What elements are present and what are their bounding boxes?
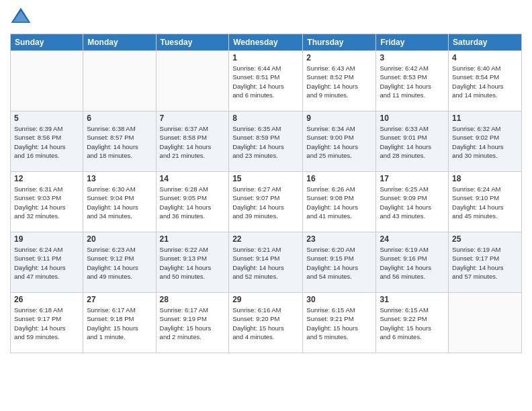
calendar-cell: 16Sunrise: 6:26 AM Sunset: 9:08 PM Dayli… xyxy=(303,172,376,232)
calendar-cell xyxy=(156,51,229,111)
day-info: Sunrise: 6:35 AM Sunset: 8:59 PM Dayligh… xyxy=(232,124,299,160)
day-number: 29 xyxy=(232,295,299,304)
day-number: 31 xyxy=(380,295,445,304)
day-info: Sunrise: 6:17 AM Sunset: 9:18 PM Dayligh… xyxy=(87,306,152,341)
weekday-header-sunday: Sunday xyxy=(11,34,83,51)
day-info: Sunrise: 6:34 AM Sunset: 9:00 PM Dayligh… xyxy=(306,124,372,160)
day-number: 22 xyxy=(232,234,299,244)
day-number: 8 xyxy=(232,113,299,123)
calendar-cell: 8Sunrise: 6:35 AM Sunset: 8:59 PM Daylig… xyxy=(229,111,303,172)
calendar-cell: 19Sunrise: 6:24 AM Sunset: 9:11 PM Dayli… xyxy=(11,232,83,293)
day-info: Sunrise: 6:19 AM Sunset: 9:16 PM Dayligh… xyxy=(380,245,445,281)
day-number: 4 xyxy=(452,53,518,62)
day-number: 17 xyxy=(380,174,445,183)
day-number: 19 xyxy=(14,234,79,244)
day-number: 27 xyxy=(87,295,152,304)
day-number: 18 xyxy=(452,174,518,183)
day-info: Sunrise: 6:16 AM Sunset: 9:20 PM Dayligh… xyxy=(232,306,299,341)
weekday-header-tuesday: Tuesday xyxy=(156,34,229,51)
day-number: 23 xyxy=(306,234,372,244)
calendar-cell: 27Sunrise: 6:17 AM Sunset: 9:18 PM Dayli… xyxy=(83,293,156,353)
weekday-header-saturday: Saturday xyxy=(449,34,522,51)
day-number: 10 xyxy=(380,113,445,123)
calendar-cell: 5Sunrise: 6:39 AM Sunset: 8:56 PM Daylig… xyxy=(11,111,83,172)
calendar-week-row-5: 26Sunrise: 6:18 AM Sunset: 9:17 PM Dayli… xyxy=(11,293,522,353)
day-number: 5 xyxy=(14,113,79,123)
day-number: 25 xyxy=(452,234,518,244)
day-number: 12 xyxy=(14,174,79,183)
calendar-cell: 22Sunrise: 6:21 AM Sunset: 9:14 PM Dayli… xyxy=(229,232,303,293)
day-number: 9 xyxy=(306,113,372,123)
day-info: Sunrise: 6:19 AM Sunset: 9:17 PM Dayligh… xyxy=(452,245,518,281)
day-info: Sunrise: 6:21 AM Sunset: 9:14 PM Dayligh… xyxy=(232,245,299,281)
calendar-cell: 17Sunrise: 6:25 AM Sunset: 9:09 PM Dayli… xyxy=(376,172,449,232)
day-number: 20 xyxy=(87,234,152,244)
calendar-cell: 29Sunrise: 6:16 AM Sunset: 9:20 PM Dayli… xyxy=(229,293,303,353)
day-number: 3 xyxy=(380,53,445,62)
day-info: Sunrise: 6:32 AM Sunset: 9:02 PM Dayligh… xyxy=(452,124,518,160)
calendar-cell xyxy=(83,51,156,111)
day-number: 6 xyxy=(87,113,152,123)
day-info: Sunrise: 6:44 AM Sunset: 8:51 PM Dayligh… xyxy=(232,64,299,99)
calendar-cell: 21Sunrise: 6:22 AM Sunset: 9:13 PM Dayli… xyxy=(156,232,229,293)
day-number: 30 xyxy=(306,295,372,304)
calendar-cell: 23Sunrise: 6:20 AM Sunset: 9:15 PM Dayli… xyxy=(303,232,376,293)
calendar-cell xyxy=(11,51,83,111)
day-info: Sunrise: 6:26 AM Sunset: 9:08 PM Dayligh… xyxy=(306,185,372,220)
calendar-cell: 7Sunrise: 6:37 AM Sunset: 8:58 PM Daylig… xyxy=(156,111,229,172)
day-info: Sunrise: 6:25 AM Sunset: 9:09 PM Dayligh… xyxy=(380,185,445,220)
calendar-cell: 26Sunrise: 6:18 AM Sunset: 9:17 PM Dayli… xyxy=(11,293,83,353)
day-info: Sunrise: 6:38 AM Sunset: 8:57 PM Dayligh… xyxy=(87,124,152,160)
calendar-cell: 12Sunrise: 6:31 AM Sunset: 9:03 PM Dayli… xyxy=(11,172,83,232)
day-info: Sunrise: 6:18 AM Sunset: 9:17 PM Dayligh… xyxy=(14,306,79,341)
weekday-header-friday: Friday xyxy=(376,34,449,51)
calendar-cell: 3Sunrise: 6:42 AM Sunset: 8:53 PM Daylig… xyxy=(376,51,449,111)
calendar-header-row: SundayMondayTuesdayWednesdayThursdayFrid… xyxy=(11,34,522,51)
day-number: 15 xyxy=(232,174,299,183)
day-info: Sunrise: 6:39 AM Sunset: 8:56 PM Dayligh… xyxy=(14,124,79,160)
calendar-cell: 28Sunrise: 6:17 AM Sunset: 9:19 PM Dayli… xyxy=(156,293,229,353)
weekday-header-thursday: Thursday xyxy=(303,34,376,51)
page: SundayMondayTuesdayWednesdayThursdayFrid… xyxy=(0,0,532,411)
weekday-header-wednesday: Wednesday xyxy=(229,34,303,51)
day-number: 21 xyxy=(160,234,226,244)
day-number: 2 xyxy=(306,53,372,62)
day-info: Sunrise: 6:37 AM Sunset: 8:58 PM Dayligh… xyxy=(160,124,226,160)
day-number: 1 xyxy=(232,53,299,62)
calendar-week-row-3: 12Sunrise: 6:31 AM Sunset: 9:03 PM Dayli… xyxy=(11,172,522,232)
day-info: Sunrise: 6:28 AM Sunset: 9:05 PM Dayligh… xyxy=(160,185,226,220)
day-info: Sunrise: 6:31 AM Sunset: 9:03 PM Dayligh… xyxy=(14,185,79,220)
calendar-week-row-1: 1Sunrise: 6:44 AM Sunset: 8:51 PM Daylig… xyxy=(11,51,522,111)
calendar-cell: 6Sunrise: 6:38 AM Sunset: 8:57 PM Daylig… xyxy=(83,111,156,172)
day-info: Sunrise: 6:24 AM Sunset: 9:10 PM Dayligh… xyxy=(452,185,518,220)
day-number: 11 xyxy=(452,113,518,123)
calendar-cell: 30Sunrise: 6:15 AM Sunset: 9:21 PM Dayli… xyxy=(303,293,376,353)
calendar-cell: 18Sunrise: 6:24 AM Sunset: 9:10 PM Dayli… xyxy=(449,172,522,232)
day-number: 28 xyxy=(160,295,226,304)
calendar-cell: 11Sunrise: 6:32 AM Sunset: 9:02 PM Dayli… xyxy=(449,111,522,172)
day-info: Sunrise: 6:17 AM Sunset: 9:19 PM Dayligh… xyxy=(160,306,226,341)
calendar-cell: 2Sunrise: 6:43 AM Sunset: 8:52 PM Daylig… xyxy=(303,51,376,111)
calendar-cell: 14Sunrise: 6:28 AM Sunset: 9:05 PM Dayli… xyxy=(156,172,229,232)
day-info: Sunrise: 6:24 AM Sunset: 9:11 PM Dayligh… xyxy=(14,245,79,281)
calendar-cell: 25Sunrise: 6:19 AM Sunset: 9:17 PM Dayli… xyxy=(449,232,522,293)
calendar-cell: 24Sunrise: 6:19 AM Sunset: 9:16 PM Dayli… xyxy=(376,232,449,293)
header xyxy=(10,7,522,28)
day-info: Sunrise: 6:27 AM Sunset: 9:07 PM Dayligh… xyxy=(232,185,299,220)
calendar-week-row-2: 5Sunrise: 6:39 AM Sunset: 8:56 PM Daylig… xyxy=(11,111,522,172)
calendar-cell: 4Sunrise: 6:40 AM Sunset: 8:54 PM Daylig… xyxy=(449,51,522,111)
calendar-cell: 10Sunrise: 6:33 AM Sunset: 9:01 PM Dayli… xyxy=(376,111,449,172)
day-info: Sunrise: 6:42 AM Sunset: 8:53 PM Dayligh… xyxy=(380,64,445,99)
calendar-cell: 1Sunrise: 6:44 AM Sunset: 8:51 PM Daylig… xyxy=(229,51,303,111)
day-info: Sunrise: 6:20 AM Sunset: 9:15 PM Dayligh… xyxy=(306,245,372,281)
calendar-table: SundayMondayTuesdayWednesdayThursdayFrid… xyxy=(10,34,522,353)
day-info: Sunrise: 6:43 AM Sunset: 8:52 PM Dayligh… xyxy=(306,64,372,99)
calendar-cell: 13Sunrise: 6:30 AM Sunset: 9:04 PM Dayli… xyxy=(83,172,156,232)
day-info: Sunrise: 6:40 AM Sunset: 8:54 PM Dayligh… xyxy=(452,64,518,99)
day-info: Sunrise: 6:30 AM Sunset: 9:04 PM Dayligh… xyxy=(87,185,152,220)
day-info: Sunrise: 6:23 AM Sunset: 9:12 PM Dayligh… xyxy=(87,245,152,281)
calendar-cell: 9Sunrise: 6:34 AM Sunset: 9:00 PM Daylig… xyxy=(303,111,376,172)
calendar-cell: 15Sunrise: 6:27 AM Sunset: 9:07 PM Dayli… xyxy=(229,172,303,232)
day-info: Sunrise: 6:22 AM Sunset: 9:13 PM Dayligh… xyxy=(160,245,226,281)
day-info: Sunrise: 6:33 AM Sunset: 9:01 PM Dayligh… xyxy=(380,124,445,160)
